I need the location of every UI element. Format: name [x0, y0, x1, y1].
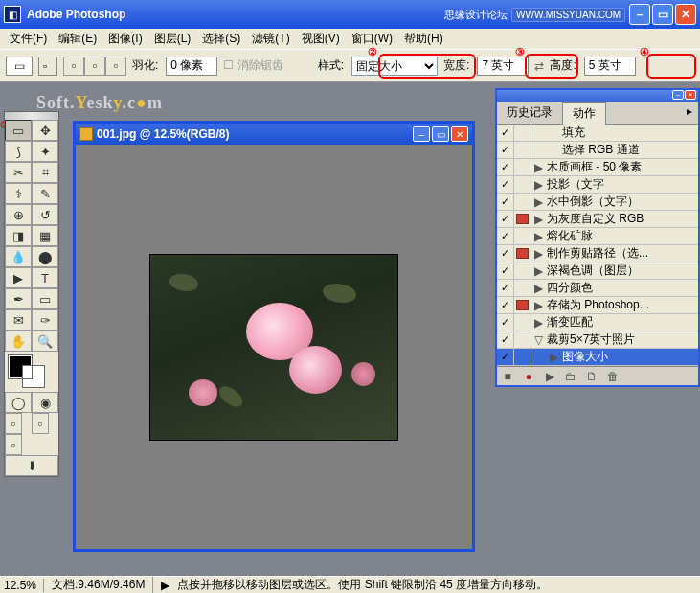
action-row[interactable]: ▶熔化矿脉 [497, 228, 698, 245]
tree-expand-icon[interactable]: ▶ [531, 264, 545, 278]
screen-full-menu[interactable]: ▫ [32, 413, 49, 434]
action-dialog-toggle[interactable] [514, 176, 531, 194]
tree-expand-icon[interactable]: ▶ [531, 178, 545, 192]
action-checkbox[interactable] [497, 176, 514, 194]
action-row[interactable]: ▶四分颜色 [497, 280, 698, 297]
style-select[interactable]: 固定大小 [351, 57, 438, 76]
quickmask-on[interactable]: ◉ [32, 392, 58, 413]
action-checkbox[interactable] [497, 211, 514, 228]
tool-healing[interactable]: ⚕ [5, 183, 32, 204]
action-row[interactable]: ▶木质画框 - 50 像素 [497, 159, 698, 176]
canvas-area[interactable] [76, 145, 472, 549]
marquee-mode-new[interactable]: ▫ [38, 57, 57, 76]
tool-eraser[interactable]: ◨ [5, 225, 32, 246]
action-checkbox[interactable] [497, 245, 514, 262]
action-dialog-toggle[interactable] [514, 280, 531, 297]
doc-close-button[interactable]: ✕ [451, 126, 468, 142]
action-checkbox[interactable] [497, 314, 514, 331]
doc-minimize-button[interactable]: – [413, 126, 430, 142]
tree-expand-icon[interactable]: ▶ [531, 282, 545, 295]
width-input[interactable] [477, 57, 529, 76]
tool-history-brush[interactable]: ↺ [32, 204, 58, 225]
action-row[interactable]: ▶图像大小 [497, 349, 698, 366]
stop-icon[interactable]: ■ [501, 370, 514, 383]
tool-crop[interactable]: ✂ [5, 162, 32, 183]
tool-blur[interactable]: 💧 [5, 246, 32, 267]
new-action-icon[interactable]: 🗋 [585, 370, 598, 383]
tab-history[interactable]: 历史记录 [497, 102, 562, 124]
action-checkbox[interactable] [497, 194, 514, 211]
action-row[interactable]: ▶渐变匹配 [497, 314, 698, 331]
tree-expand-icon[interactable]: ▶ [531, 299, 545, 312]
tree-expand-icon[interactable]: ▶ [531, 161, 545, 174]
action-checkbox[interactable] [497, 262, 514, 280]
status-zoom[interactable]: 12.5% [4, 579, 44, 592]
tool-stamp[interactable]: ⊕ [5, 204, 32, 225]
tool-move[interactable]: ✥ [32, 120, 58, 141]
action-checkbox[interactable] [497, 228, 514, 245]
action-dialog-toggle[interactable] [514, 297, 531, 314]
menu-file[interactable]: 文件(F) [4, 29, 53, 49]
action-row[interactable]: ▶深褐色调（图层） [497, 262, 698, 280]
current-tool-preview[interactable]: ▭ [6, 57, 33, 76]
panel-titlebar[interactable]: – × [497, 90, 698, 102]
tree-expand-icon[interactable]: ▶ [547, 351, 560, 364]
action-dialog-toggle[interactable] [514, 211, 531, 228]
tool-pen[interactable]: ✒ [5, 288, 32, 309]
action-dialog-toggle[interactable] [514, 194, 531, 211]
action-row[interactable]: ▶投影（文字 [497, 176, 698, 194]
action-checkbox[interactable] [497, 125, 514, 142]
maximize-button[interactable]: ▭ [652, 4, 673, 25]
status-arrow-icon[interactable]: ▶ [161, 579, 169, 592]
menu-layer[interactable]: 图层(L) [148, 29, 197, 49]
tree-expand-icon[interactable]: ▶ [531, 316, 545, 330]
tool-notes[interactable]: ✉ [5, 309, 32, 331]
marquee-mode-subtract[interactable]: ▫ [84, 57, 105, 76]
trash-icon[interactable]: 🗑 [606, 370, 620, 383]
action-dialog-toggle[interactable] [514, 245, 531, 262]
tree-expand-icon[interactable]: ▽ [531, 333, 545, 347]
new-set-icon[interactable]: 🗀 [564, 370, 577, 383]
feather-input[interactable] [166, 57, 217, 76]
tool-dodge[interactable]: ⬤ [32, 246, 58, 267]
tool-lasso[interactable]: ⟆ [5, 141, 32, 162]
tool-eyedropper[interactable]: ✑ [32, 309, 58, 331]
tool-brush[interactable]: ✎ [32, 183, 58, 204]
screen-standard[interactable]: ▫ [5, 413, 22, 434]
document-titlebar[interactable]: 001.jpg @ 12.5%(RGB/8) – ▭ ✕ [76, 124, 472, 145]
action-dialog-toggle[interactable] [514, 228, 531, 245]
tool-zoom[interactable]: 🔍 [32, 331, 58, 352]
jump-to-imageready[interactable]: ⬇ [5, 455, 58, 476]
panel-menu-icon[interactable]: ▸ [681, 102, 698, 124]
tab-actions[interactable]: 动作 [562, 102, 606, 125]
play-icon[interactable]: ▶ [543, 370, 556, 383]
action-row[interactable]: 填充 [497, 125, 698, 142]
menu-image[interactable]: 图像(I) [102, 29, 147, 49]
action-row[interactable]: ▶为灰度自定义 RGB [497, 211, 698, 228]
menu-view[interactable]: 视图(V) [296, 29, 346, 49]
action-checkbox[interactable] [497, 280, 514, 297]
doc-maximize-button[interactable]: ▭ [432, 126, 449, 142]
action-checkbox[interactable] [497, 159, 514, 176]
height-input[interactable] [584, 57, 636, 76]
action-dialog-toggle[interactable] [514, 125, 531, 142]
action-row[interactable]: ▶存储为 Photoshop... [497, 297, 698, 314]
tool-type[interactable]: T [32, 267, 58, 288]
tree-expand-icon[interactable]: ▶ [531, 195, 545, 209]
status-docsize[interactable]: 文档:9.46M/9.46M [44, 577, 153, 593]
panel-minimize-button[interactable]: – [672, 90, 684, 100]
close-button[interactable]: ✕ [675, 4, 696, 25]
action-dialog-toggle[interactable] [514, 331, 531, 349]
menu-help[interactable]: 帮助(H) [398, 29, 449, 49]
panel-close-button[interactable]: × [685, 90, 696, 100]
action-checkbox[interactable] [497, 331, 514, 349]
action-row[interactable]: 选择 RGB 通道 [497, 142, 698, 159]
action-dialog-toggle[interactable] [514, 159, 531, 176]
action-row[interactable]: ▶水中倒影（文字） [497, 194, 698, 211]
menu-select[interactable]: 选择(S) [196, 29, 246, 49]
marquee-mode-intersect[interactable]: ▫ [105, 57, 126, 76]
action-dialog-toggle[interactable] [514, 349, 531, 366]
tool-slice[interactable]: ⌗ [32, 162, 58, 183]
action-dialog-toggle[interactable] [514, 314, 531, 331]
quickmask-off[interactable]: ◯ [5, 392, 32, 413]
